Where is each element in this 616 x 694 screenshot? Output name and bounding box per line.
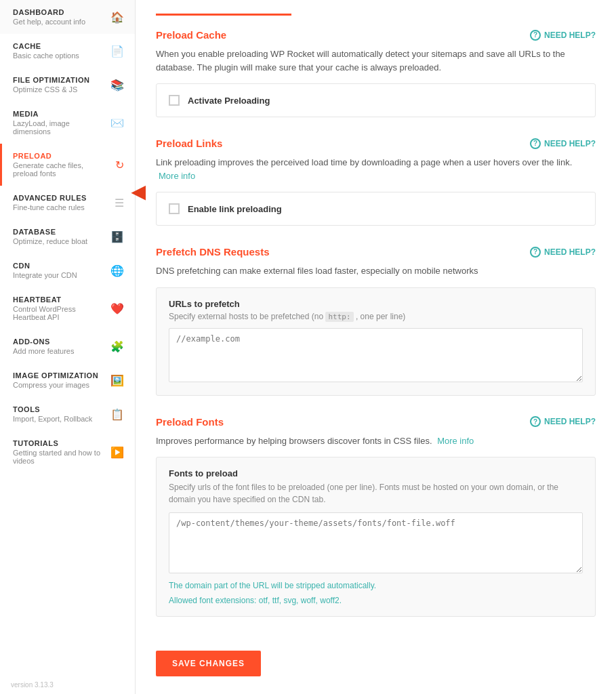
fonts-sublabel: Specify urls of the font files to be pre… [169, 481, 583, 506]
prefetch-dns-box: URLs to prefetch Specify external hosts … [156, 287, 596, 396]
help-circle-icon-4: ? [530, 416, 541, 427]
prefetch-dns-title: Prefetch DNS Requests [156, 246, 270, 258]
sidebar-item-image-optimization[interactable]: IMAGE OPTIMIZATION Compress your images … [0, 363, 135, 397]
preload-links-desc: Link preloading improves the perceived l… [156, 156, 596, 182]
sidebar-item-preload[interactable]: PRELOAD Generate cache files, preload fo… [0, 144, 135, 186]
sidebar-item-media[interactable]: MEDIA LazyLoad, image dimensions ✉️ [0, 102, 135, 144]
enable-link-preloading-label: Enable link preloading [188, 204, 282, 214]
heartbeat-icon: ❤️ [110, 302, 124, 315]
preload-fonts-more-info[interactable]: More info [437, 436, 474, 446]
advanced-rules-icon: ☰ [115, 197, 124, 209]
preload-links-title: Preload Links [156, 138, 222, 149]
need-help-label-3: NEED HELP? [544, 247, 596, 257]
prefetch-dns-desc: DNS prefetching can make external files … [156, 264, 596, 278]
sidebar-item-file-optimization[interactable]: FILE OPTIMIZATION Optimize CSS & JS 📚 [0, 68, 135, 102]
sidebar-item-add-ons[interactable]: ADD-ONS Add more features 🧩 [0, 329, 135, 363]
sidebar-item-tools[interactable]: TOOLS Import, Export, Rollback 📋 [0, 397, 135, 431]
preload-cache-title: Preload Cache [156, 29, 226, 41]
sidebar-item-cache[interactable]: CACHE Basic cache options 📄 [0, 34, 135, 68]
preload-fonts-section: Preload Fonts ? NEED HELP? Improves perf… [156, 416, 596, 617]
preload-cache-box: Activate Preloading [156, 83, 596, 117]
fonts-notice-line2: Allowed font extensions: otf, ttf, svg, … [169, 596, 583, 605]
main-content: Preload Cache ? NEED HELP? When you enab… [136, 0, 616, 694]
fonts-textarea[interactable] [169, 512, 583, 573]
need-help-label: NEED HELP? [544, 30, 596, 40]
cache-icon: 📄 [110, 45, 124, 58]
tools-icon: 📋 [110, 408, 124, 421]
need-help-label-4: NEED HELP? [544, 417, 596, 426]
sidebar-item-advanced-rules[interactable]: ADVANCED RULES Fine-tune cache rules ☰ [0, 186, 135, 220]
preload-cache-desc: When you enable preloading WP Rocket wil… [156, 47, 596, 74]
sidebar-item-dashboard[interactable]: DASHBOARD Get help, account info 🏠 [0, 0, 135, 34]
image-opt-icon: 🖼️ [110, 374, 124, 387]
cdn-icon: 🌐 [110, 264, 124, 277]
preload-fonts-help-link[interactable]: ? NEED HELP? [530, 416, 596, 427]
activate-preloading-checkbox[interactable] [169, 95, 180, 106]
prefetch-urls-textarea[interactable] [169, 328, 583, 382]
prefetch-dns-help-link[interactable]: ? NEED HELP? [530, 247, 596, 258]
need-help-label-2: NEED HELP? [544, 139, 596, 148]
preload-links-more-info[interactable]: More info [159, 171, 195, 181]
enable-link-preloading-checkbox-row[interactable]: Enable link preloading [169, 203, 583, 214]
help-circle-icon-2: ? [530, 138, 541, 149]
preload-links-section: Preload Links ? NEED HELP? Link preloadi… [156, 138, 596, 226]
activate-preloading-label: Activate Preloading [188, 96, 270, 106]
sidebar-item-database[interactable]: DATABASE Optimize, reduce bloat 🗄️ [0, 220, 135, 253]
activate-preloading-checkbox-row[interactable]: Activate Preloading [169, 95, 583, 106]
preload-links-box: Enable link preloading [156, 192, 596, 226]
preload-fonts-title: Preload Fonts [156, 416, 224, 428]
save-changes-button[interactable]: SAVE CHANGES [156, 651, 261, 676]
sidebar-item-heartbeat[interactable]: HEARTBEAT Control WordPress Heartbeat AP… [0, 287, 135, 329]
media-icon: ✉️ [110, 117, 124, 129]
help-circle-icon: ? [530, 30, 541, 41]
preload-fonts-box: Fonts to preload Specify urls of the fon… [156, 457, 596, 617]
preload-icon: ↻ [115, 159, 124, 171]
file-opt-icon: 📚 [110, 79, 124, 91]
dashboard-icon: 🏠 [110, 11, 124, 24]
preload-links-help-link[interactable]: ? NEED HELP? [530, 138, 596, 149]
preload-cache-help-link[interactable]: ? NEED HELP? [530, 30, 596, 41]
database-icon: 🗄️ [110, 230, 124, 243]
sidebar-item-cdn[interactable]: CDN Integrate your CDN 🌐 [0, 253, 135, 287]
fonts-notice-line1: The domain part of the URL will be strip… [169, 581, 583, 590]
prefetch-dns-section: Prefetch DNS Requests ? NEED HELP? DNS p… [156, 246, 596, 396]
sidebar-item-tutorials[interactable]: TUTORIALS Getting started and how to vid… [0, 431, 135, 473]
addons-icon: 🧩 [110, 340, 124, 353]
top-border [156, 14, 596, 16]
help-circle-icon-3: ? [530, 247, 541, 258]
version-label: version 3.13.3 [0, 673, 135, 694]
preload-arrow: ◀ [131, 182, 145, 203]
preload-cache-section: Preload Cache ? NEED HELP? When you enab… [156, 29, 596, 117]
prefetch-urls-sublabel: Specify external hosts to be prefetched … [169, 312, 583, 321]
preload-fonts-desc: Improves performance by helping browsers… [156, 434, 596, 448]
sidebar: DASHBOARD Get help, account info 🏠 CACHE… [0, 0, 136, 694]
prefetch-urls-label: URLs to prefetch [169, 299, 583, 309]
enable-link-preloading-checkbox[interactable] [169, 203, 180, 214]
tutorials-icon: ▶️ [110, 446, 124, 459]
fonts-label: Fonts to preload [169, 468, 583, 478]
